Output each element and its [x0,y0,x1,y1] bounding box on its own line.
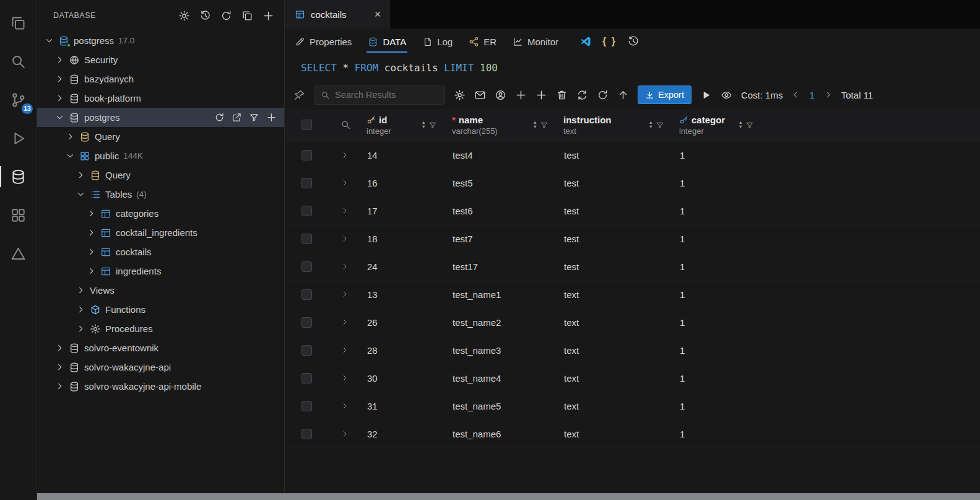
expand-row-icon[interactable] [340,318,349,327]
column-header-id[interactable]: idinteger▲▼ [359,109,444,141]
chevron-right-icon[interactable] [55,343,64,353]
export-button[interactable]: Export [638,86,692,104]
tree-item-bazydanych[interactable]: bazydanych [37,69,284,89]
chevron-right-icon[interactable] [66,132,75,141]
column-filter-icon[interactable] [540,121,549,129]
cell-instruction[interactable]: test [556,206,672,216]
run-icon[interactable] [700,89,712,101]
column-filter-icon[interactable] [428,121,437,129]
sort-icon[interactable]: ▲▼ [533,121,537,129]
cell-name[interactable]: test_name4 [444,373,556,384]
chevron-down-icon[interactable] [55,113,64,122]
preview-icon[interactable] [721,89,732,101]
expand-row-icon[interactable] [340,346,349,354]
tree-item-query[interactable]: Query [37,165,284,185]
tree-item-solvro-wakacyjne-api-mobile[interactable]: solvro-wakacyjne-api-mobile [37,377,284,396]
tree-item-postgres[interactable]: postgres [37,108,284,127]
settings-icon[interactable] [178,10,190,22]
expand-row-icon[interactable] [340,234,349,243]
column-header-instruction[interactable]: instructiontext▲▼ [556,109,672,141]
pin-icon[interactable] [293,89,305,101]
cell-instruction[interactable]: text [556,289,672,300]
database-view-button[interactable] [4,162,33,191]
cell-name[interactable]: test_name2 [444,317,556,328]
row-checkbox[interactable] [301,178,312,188]
tab-cocktails[interactable]: cocktails × [285,0,390,29]
mail-icon[interactable] [474,89,486,101]
cell-name[interactable]: test_name3 [444,345,556,356]
row-checkbox[interactable] [301,150,312,160]
tree-item-solvro-eventownik[interactable]: solvro-eventownik [37,338,284,357]
account-icon[interactable] [495,89,506,101]
cell-id[interactable]: 14 [359,150,444,160]
tree-item-procedures[interactable]: Procedures [37,319,284,338]
row-checkbox[interactable] [301,261,312,272]
tree-item-book-platform[interactable]: book-platform [37,89,284,108]
cell-categor[interactable]: 1 [672,317,761,328]
tree-item-tables[interactable]: Tables(4) [37,185,284,204]
row-checkbox[interactable] [301,429,312,439]
chevron-right-icon[interactable] [87,209,96,218]
chevron-right-icon[interactable] [87,228,96,237]
sql-query[interactable]: SELECT * FROM cocktails LIMIT 100 [285,55,980,81]
cell-instruction[interactable]: test [556,234,672,244]
expand-row-icon[interactable] [340,151,349,159]
row-checkbox[interactable] [301,401,312,411]
tree-item-query[interactable]: Query [37,127,284,146]
add-connection-icon[interactable] [262,10,274,22]
cell-categor[interactable]: 1 [672,429,761,439]
tree-item-public[interactable]: public144K [37,146,284,165]
chevron-right-icon[interactable] [55,362,64,372]
cell-name[interactable]: test4 [444,150,556,160]
refresh-results-icon[interactable] [597,89,609,101]
column-header-categor[interactable]: categorinteger▲▼ [672,109,761,141]
cell-id[interactable]: 26 [359,317,444,328]
cell-name[interactable]: test7 [444,234,556,244]
search-results-input[interactable] [335,90,438,100]
tree-item-postgress[interactable]: postgress17.0 [37,31,284,50]
expand-row-icon[interactable] [340,290,349,299]
cell-categor[interactable]: 1 [672,206,761,216]
expand-row-icon[interactable] [340,262,349,271]
cell-instruction[interactable]: test [556,261,672,272]
explorer-button[interactable] [4,9,33,37]
prev-page-icon[interactable] [791,90,800,99]
chevron-right-icon[interactable] [76,170,85,180]
chevron-right-icon[interactable] [76,286,85,295]
cell-name[interactable]: test5 [444,178,556,188]
sort-icon[interactable]: ▲▼ [422,121,426,129]
expand-row-icon[interactable] [340,429,349,438]
search-results-box[interactable] [314,86,445,105]
commit-icon[interactable] [617,89,629,101]
column-header-name[interactable]: *namevarchar(255)▲▼ [444,109,556,141]
filter-action-icon[interactable] [249,112,259,123]
tree-item-solvro-wakacyjne-api[interactable]: solvro-wakacyjne-api [37,357,284,377]
cell-id[interactable]: 30 [359,373,444,384]
chevron-right-icon[interactable] [87,247,96,257]
sql-history-icon[interactable] [627,35,640,48]
row-checkbox[interactable] [301,373,312,384]
run-debug-button[interactable] [4,124,33,152]
column-search-icon[interactable] [340,120,351,130]
chevron-right-icon[interactable] [55,74,64,84]
cell-id[interactable]: 18 [359,234,444,244]
cell-name[interactable]: test17 [444,261,556,272]
cell-categor[interactable]: 1 [672,401,761,411]
page-number[interactable]: 1 [809,90,814,100]
bottom-scrollbar[interactable] [37,493,980,500]
tab-properties[interactable]: Properties [295,29,352,55]
vscode-icon[interactable] [579,35,592,48]
cell-categor[interactable]: 1 [672,373,761,384]
tab-er[interactable]: ER [469,29,497,55]
cell-categor[interactable]: 1 [672,289,761,300]
sync-icon[interactable] [576,89,588,101]
duplicate-icon[interactable] [241,10,253,22]
cell-instruction[interactable]: text [556,429,672,439]
cell-id[interactable]: 13 [359,289,444,300]
tree-item-categories[interactable]: categories [37,204,284,223]
extensions-button[interactable] [4,201,33,229]
tab-monitor[interactable]: Monitor [513,29,558,55]
chevron-right-icon[interactable] [55,94,64,103]
chevron-down-icon[interactable] [66,151,75,160]
row-checkbox[interactable] [301,234,312,244]
